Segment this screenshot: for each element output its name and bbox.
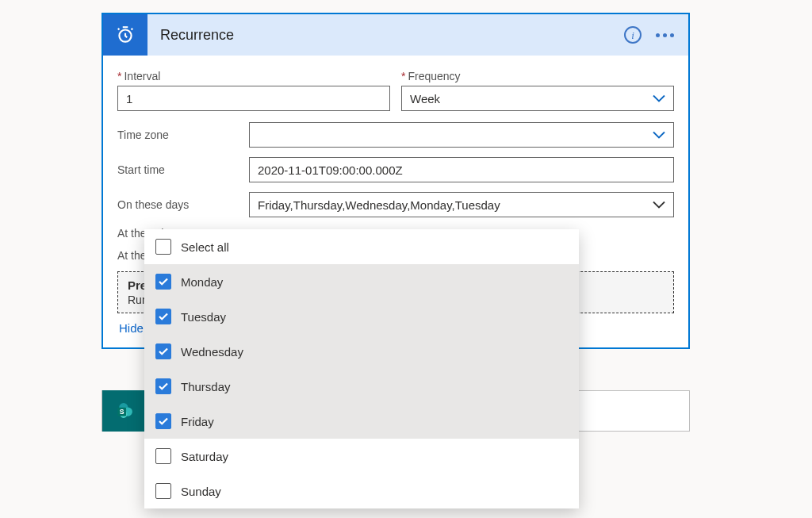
checkbox[interactable] [155, 239, 171, 255]
dropdown-option[interactable]: Wednesday [144, 334, 579, 369]
dropdown-option[interactable]: Select all [144, 229, 579, 264]
card-title: Recurrence [147, 27, 624, 44]
frequency-select[interactable]: Week [401, 86, 674, 111]
dropdown-option[interactable]: Tuesday [144, 299, 579, 334]
chevron-down-icon [653, 92, 665, 106]
checkbox[interactable] [155, 343, 171, 359]
dropdown-option-label: Thursday [181, 380, 231, 393]
checkbox[interactable] [155, 483, 171, 499]
dropdown-option[interactable]: Monday [144, 264, 579, 299]
card-header-actions: i [624, 26, 688, 44]
dropdown-option[interactable]: Friday [144, 404, 579, 439]
checkbox[interactable] [155, 448, 171, 464]
chevron-down-icon [653, 198, 665, 212]
recurrence-card-header[interactable]: Recurrence i [103, 14, 688, 56]
dropdown-option-label: Saturday [181, 450, 228, 463]
on-days-dropdown[interactable]: Select allMondayTuesdayWednesdayThursday… [144, 229, 579, 508]
interval-label: *Interval [117, 70, 390, 82]
checkbox[interactable] [155, 309, 171, 324]
dropdown-option-label: Monday [181, 275, 223, 289]
dropdown-option-label: Friday [181, 415, 214, 428]
dropdown-option[interactable]: Sunday [144, 474, 579, 508]
start-time-label: Start time [117, 163, 249, 176]
timezone-label: Time zone [117, 129, 249, 141]
start-time-input[interactable]: 2020-11-01T09:00:00.000Z [249, 157, 674, 182]
dropdown-option-label: Tuesday [181, 310, 226, 324]
more-actions-icon[interactable] [656, 33, 674, 37]
svg-text:S: S [120, 408, 124, 416]
dropdown-option[interactable]: Saturday [144, 439, 579, 474]
sharepoint-icon: S [102, 390, 148, 432]
schedule-clock-icon [103, 14, 147, 56]
info-icon[interactable]: i [624, 26, 642, 44]
dropdown-option-label: Wednesday [181, 345, 243, 359]
dropdown-option[interactable]: Thursday [144, 369, 579, 404]
on-days-select[interactable]: Friday,Thursday,Wednesday,Monday,Tuesday [249, 192, 674, 217]
checkbox[interactable] [155, 413, 171, 429]
frequency-label: *Frequency [401, 70, 674, 82]
interval-input[interactable]: 1 [117, 86, 390, 111]
checkbox[interactable] [155, 378, 171, 394]
checkbox[interactable] [155, 274, 171, 290]
dropdown-option-label: Sunday [181, 485, 221, 498]
timezone-select[interactable] [249, 122, 674, 148]
on-days-label: On these days [117, 198, 249, 211]
chevron-down-icon [653, 129, 665, 142]
dropdown-option-label: Select all [181, 240, 229, 254]
flow-canvas: Recurrence i *Interval 1 *Frequency Week [0, 0, 812, 432]
